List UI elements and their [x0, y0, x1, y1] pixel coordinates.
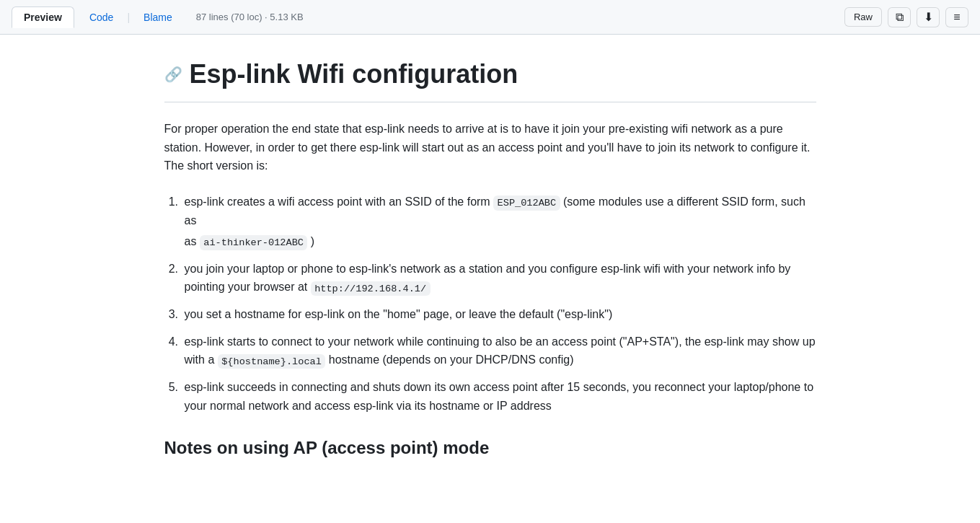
list-item: you set a hostname for esp-link on the "… [182, 305, 816, 324]
code-esp012abc: ESP_012ABC [493, 195, 560, 210]
list-item: esp-link creates a wifi access point wit… [182, 193, 816, 251]
list-item-code-block: as ai-thinker-012ABC ) [185, 232, 816, 251]
download-button[interactable]: ⬇ [917, 7, 940, 27]
tab-divider-2: | [125, 12, 131, 23]
tab-preview[interactable]: Preview [12, 6, 74, 28]
list-item-text: esp-link succeeds in connecting and shut… [185, 381, 814, 412]
list-item: esp-link succeeds in connecting and shut… [182, 378, 816, 415]
page-title: Esp-link Wifi configuration [190, 58, 518, 90]
section2-heading: Notes on using AP (access point) mode [164, 438, 816, 458]
lines-icon: ≡ [953, 11, 960, 24]
tab-blame[interactable]: Blame [131, 6, 185, 28]
list-item-text: esp-link starts to connect to your netwo… [185, 335, 816, 366]
file-info: 87 lines (70 loc) · 5.13 KB [196, 12, 304, 22]
list-item-text: you set a hostname for esp-link on the "… [185, 308, 613, 320]
toolbar: Preview Code | Blame 87 lines (70 loc) ·… [0, 0, 980, 35]
heading-anchor[interactable]: 🔗 [164, 66, 182, 83]
copy-button[interactable]: ⧉ [888, 7, 911, 27]
page-wrapper: Preview Code | Blame 87 lines (70 loc) ·… [0, 0, 980, 523]
list-item: you join your laptop or phone to esp-lin… [182, 260, 816, 296]
content-area: 🔗 Esp-link Wifi configuration For proper… [130, 35, 851, 481]
heading-divider [164, 102, 816, 102]
link-icon: 🔗 [164, 66, 182, 82]
download-icon: ⬇ [924, 10, 933, 24]
toolbar-right: Raw ⧉ ⬇ ≡ [844, 7, 968, 27]
list-item-text: esp-link creates a wifi access point wit… [185, 195, 816, 251]
raw-button[interactable]: Raw [844, 7, 882, 27]
tab-code[interactable]: Code [77, 6, 125, 28]
code-hostname: ${hostname}.local [218, 354, 326, 369]
intro-paragraph: For proper operation the end state that … [164, 120, 816, 175]
toolbar-left: Preview Code | Blame 87 lines (70 loc) ·… [12, 6, 304, 28]
page-heading: 🔗 Esp-link Wifi configuration [164, 58, 816, 90]
list-item-text: you join your laptop or phone to esp-lin… [185, 263, 791, 294]
code-url: http://192.168.4.1/ [311, 281, 431, 296]
copy-icon: ⧉ [896, 11, 904, 24]
list-item: esp-link starts to connect to your netwo… [182, 333, 816, 369]
steps-list: esp-link creates a wifi access point wit… [164, 193, 816, 416]
code-aithinker: ai-thinker-012ABC [200, 235, 308, 250]
lines-button[interactable]: ≡ [945, 7, 968, 27]
